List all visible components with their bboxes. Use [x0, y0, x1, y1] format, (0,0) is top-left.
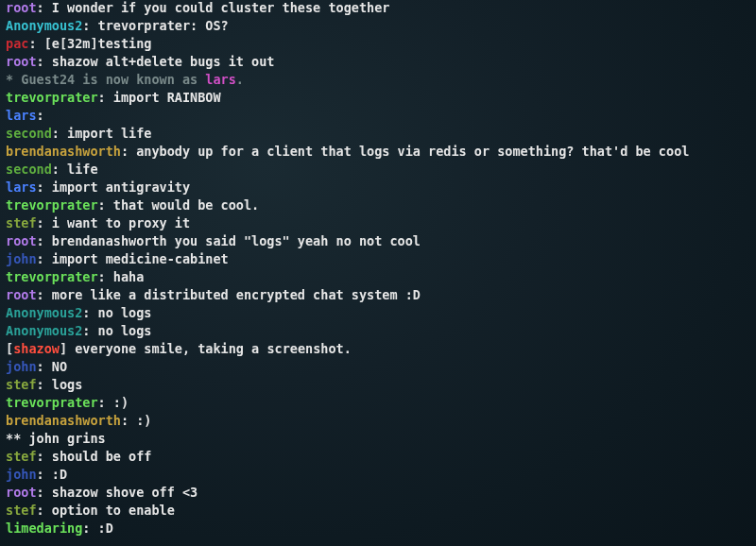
- chat-separator: :: [37, 179, 52, 195]
- chat-line: root: I wonder if you could cluster thes…: [6, 0, 748, 17]
- chat-username: second: [6, 162, 52, 177]
- chat-separator: :: [37, 485, 52, 500]
- chat-username: john: [6, 359, 37, 374]
- chat-message: more like a distributed encrypted chat s…: [52, 287, 421, 302]
- chat-message: logs: [52, 377, 83, 392]
- chat-username: stef: [6, 449, 37, 464]
- chat-username: shazow: [13, 341, 60, 356]
- chat-username: Anonymous2: [6, 305, 82, 320]
- chat-separator: :: [82, 305, 97, 320]
- chat-line: second: life: [6, 161, 748, 179]
- chat-separator: :: [28, 36, 43, 51]
- chat-message: :D: [52, 467, 67, 482]
- chat-username: john: [28, 431, 60, 446]
- chat-log: root: I wonder if you could cluster thes…: [0, 0, 756, 540]
- chat-line: * Guest24 is now known as lars.: [6, 71, 748, 89]
- chat-message: everyone smile, taking a screenshot.: [75, 341, 352, 356]
- chat-line: Anonymous2: trevorprater: OS?: [6, 17, 748, 35]
- chat-username: trevorprater: [6, 395, 98, 410]
- chat-line: lars: import antigravity: [6, 179, 748, 196]
- chat-username: brendanashworth: [6, 413, 121, 428]
- chat-username: second: [6, 126, 52, 141]
- chat-separator: :: [37, 467, 52, 482]
- old-nick: Guest24: [21, 72, 75, 87]
- chat-message: I wonder if you could cluster these toge…: [52, 0, 390, 15]
- chat-line: brendanashworth: :): [6, 412, 748, 430]
- chat-separator: :: [37, 359, 52, 374]
- chat-username: trevorprater: [6, 269, 98, 284]
- chat-message: shazow alt+delete bugs it out: [52, 54, 275, 69]
- chat-separator: :: [37, 108, 44, 123]
- system-suffix: .: [236, 72, 244, 87]
- chat-message: shazow shove off <3: [52, 485, 198, 500]
- bracket-close: ]: [60, 341, 75, 356]
- chat-username: root: [6, 233, 37, 248]
- chat-message: option to enable: [52, 503, 175, 518]
- chat-message: import antigravity: [52, 179, 190, 195]
- chat-separator: :: [52, 162, 67, 177]
- chat-line: Anonymous2: no logs: [6, 322, 748, 340]
- chat-username: Anonymous2: [6, 18, 82, 33]
- chat-line: trevorprater: import RAINBOW: [6, 89, 748, 107]
- chat-separator: :: [82, 520, 97, 536]
- chat-username: limedaring: [6, 520, 82, 536]
- chat-line: pac: [e[32m]testing: [6, 35, 748, 53]
- chat-separator: :: [37, 54, 52, 69]
- chat-separator: :: [82, 18, 97, 33]
- chat-message: grins: [60, 431, 106, 446]
- chat-line: stef: should be off: [6, 448, 748, 466]
- chat-line: lars:: [6, 107, 748, 125]
- chat-line: trevorprater: :): [6, 394, 748, 412]
- chat-line: second: import life: [6, 125, 748, 143]
- chat-message: [e[32m]testing: [44, 36, 152, 51]
- chat-message: import medicine-cabinet: [52, 251, 229, 266]
- chat-line: root: more like a distributed encrypted …: [6, 286, 748, 304]
- chat-message: import RAINBOW: [113, 90, 221, 105]
- chat-separator: :: [121, 144, 136, 159]
- chat-line: stef: logs: [6, 376, 748, 394]
- chat-message: haha: [113, 269, 145, 284]
- chat-message: i want to proxy it: [52, 215, 190, 230]
- chat-line: john: import medicine-cabinet: [6, 250, 748, 268]
- chat-separator: :: [52, 126, 67, 141]
- chat-username: john: [6, 467, 37, 482]
- chat-separator: :: [37, 251, 52, 266]
- chat-line: john: :D: [6, 466, 748, 484]
- chat-username: root: [6, 54, 37, 69]
- chat-separator: :: [98, 90, 113, 105]
- chat-message: NO: [52, 359, 67, 374]
- chat-line: [shazow] everyone smile, taking a screen…: [6, 340, 748, 358]
- chat-message: :D: [98, 520, 113, 536]
- chat-message: should be off: [52, 449, 152, 464]
- chat-separator: :: [98, 395, 113, 410]
- chat-message: brendanashworth you said "logs" yeah no …: [52, 233, 421, 248]
- chat-line: stef: option to enable: [6, 502, 748, 520]
- chat-message: that would be cool.: [113, 197, 259, 213]
- chat-username: lars: [6, 108, 37, 123]
- chat-message: no logs: [98, 305, 152, 320]
- chat-message: life: [67, 162, 98, 177]
- chat-message: :): [136, 413, 151, 428]
- chat-separator: :: [98, 197, 113, 213]
- chat-line: brendanashworth: anybody up for a client…: [6, 143, 748, 161]
- chat-line: trevorprater: that would be cool.: [6, 196, 748, 214]
- chat-username: john: [6, 251, 37, 266]
- bracket-open: [: [6, 341, 13, 356]
- chat-separator: :: [98, 269, 113, 284]
- chat-username: stef: [6, 215, 37, 230]
- chat-username: root: [6, 287, 37, 302]
- chat-username: trevorprater: [6, 90, 98, 105]
- chat-message: :): [113, 395, 129, 410]
- chat-username: stef: [6, 503, 37, 518]
- chat-separator: :: [37, 0, 52, 15]
- emote-prefix: **: [6, 431, 28, 446]
- chat-username: lars: [6, 179, 37, 195]
- chat-line: Anonymous2: no logs: [6, 304, 748, 322]
- chat-line: root: shazow alt+delete bugs it out: [6, 53, 748, 71]
- system-star: *: [6, 72, 21, 87]
- new-nick: lars: [205, 72, 236, 87]
- chat-message: anybody up for a client that logs via re…: [136, 144, 689, 159]
- chat-username: brendanashworth: [6, 144, 121, 159]
- chat-line: stef: i want to proxy it: [6, 214, 748, 232]
- chat-separator: :: [121, 413, 136, 428]
